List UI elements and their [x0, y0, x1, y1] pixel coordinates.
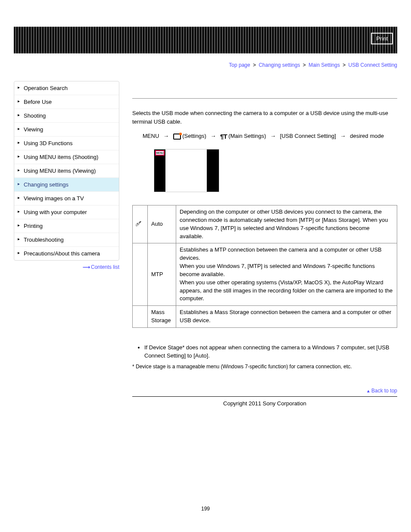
- check-cell: [133, 243, 148, 306]
- arrow-icon: →: [270, 133, 276, 139]
- menu-label: MENU: [143, 133, 159, 139]
- contents-list-link-wrap: ⟶Contents list: [14, 264, 119, 270]
- mode-cell: Auto: [148, 205, 176, 243]
- table-row: AutoDepending on the computer or other U…: [133, 205, 397, 243]
- desired-mode-label: desired mode: [350, 133, 384, 139]
- sidebar: Operation SearchBefore UseShootingViewin…: [14, 81, 119, 261]
- sidebar-item[interactable]: Troubleshooting: [14, 233, 119, 246]
- contents-list-link[interactable]: Contents list: [91, 264, 119, 270]
- copyright-text: Copyright 2011 Sony Corporation: [132, 400, 397, 407]
- main-content: Selects the USB mode when connecting the…: [132, 81, 397, 407]
- check-cell: [133, 306, 148, 328]
- sidebar-item[interactable]: Using with your computer: [14, 205, 119, 219]
- settings-icon: [173, 134, 181, 140]
- sidebar-item[interactable]: Precautions/About this camera: [14, 246, 119, 260]
- sidebar-item[interactable]: Viewing: [14, 122, 119, 136]
- desc-cell: Establishes a Mass Storage connection be…: [176, 306, 397, 328]
- print-button[interactable]: Print: [371, 33, 393, 44]
- mode-cell: Mass Storage: [148, 306, 176, 328]
- checkmark-icon: [136, 219, 144, 227]
- sidebar-item[interactable]: Before Use: [14, 95, 119, 109]
- footer-rule: [132, 396, 397, 397]
- arrow-right-icon: ⟶: [83, 264, 90, 270]
- arrow-icon: →: [163, 133, 169, 139]
- breadcrumb: Top page > Changing settings > Main Sett…: [14, 62, 397, 68]
- desc-cell: Depending on the computer or other USB d…: [176, 205, 397, 243]
- notes-list: If Device Stage* does not appear when co…: [137, 343, 397, 360]
- breadcrumb-sep: >: [303, 62, 306, 68]
- usb-connect-label: [USB Connect Setting]: [280, 133, 336, 139]
- arrow-icon: →: [340, 133, 346, 139]
- back-to-top-link[interactable]: Back to top: [371, 388, 397, 394]
- back-to-top-wrap: ▲Back to top: [132, 388, 397, 394]
- table-row: MTPEstablishes a MTP connection between …: [133, 243, 397, 306]
- note-item: If Device Stage* does not appear when co…: [144, 343, 397, 360]
- breadcrumb-current[interactable]: USB Connect Setting: [349, 62, 397, 68]
- sidebar-item[interactable]: Changing settings: [14, 177, 119, 191]
- settings-label: (Settings): [182, 133, 206, 139]
- sidebar-item[interactable]: Viewing images on a TV: [14, 191, 119, 205]
- sidebar-item[interactable]: Using 3D Functions: [14, 136, 119, 150]
- page-number: 199: [14, 506, 397, 512]
- thumb-menu-icon: MENU: [155, 150, 165, 156]
- footnote: * Device stage is a manageable menu (Win…: [132, 363, 397, 370]
- table-row: Mass StorageEstablishes a Mass Storage c…: [133, 306, 397, 328]
- menu-path: MENU → (Settings) → ¶T (Main Settings) →…: [143, 130, 397, 143]
- sidebar-item[interactable]: Shooting: [14, 109, 119, 122]
- sidebar-item[interactable]: Operation Search: [14, 81, 119, 95]
- intro-text: Selects the USB mode when connecting the…: [132, 109, 397, 126]
- section-rule: [132, 98, 397, 99]
- breadcrumb-sep: >: [253, 62, 256, 68]
- main-settings-icon: ¶T: [220, 130, 227, 143]
- options-table: AutoDepending on the computer or other U…: [132, 205, 397, 328]
- sidebar-item[interactable]: Printing: [14, 219, 119, 233]
- check-cell: [133, 205, 148, 243]
- breadcrumb-top[interactable]: Top page: [229, 62, 250, 68]
- breadcrumb-changing-settings[interactable]: Changing settings: [258, 62, 300, 68]
- sidebar-item[interactable]: Using MENU items (Viewing): [14, 164, 119, 177]
- sidebar-item[interactable]: Using MENU items (Shooting): [14, 150, 119, 164]
- breadcrumb-main-settings[interactable]: Main Settings: [308, 62, 340, 68]
- arrow-icon: →: [210, 133, 216, 139]
- top-banner: Print: [14, 27, 397, 53]
- main-settings-label: (Main Settings): [228, 133, 266, 139]
- camera-screen-thumb: MENU: [154, 149, 219, 192]
- desc-cell: Establishes a MTP connection between the…: [176, 243, 397, 306]
- triangle-up-icon: ▲: [366, 389, 371, 393]
- breadcrumb-sep: >: [342, 62, 346, 68]
- mode-cell: MTP: [148, 243, 176, 306]
